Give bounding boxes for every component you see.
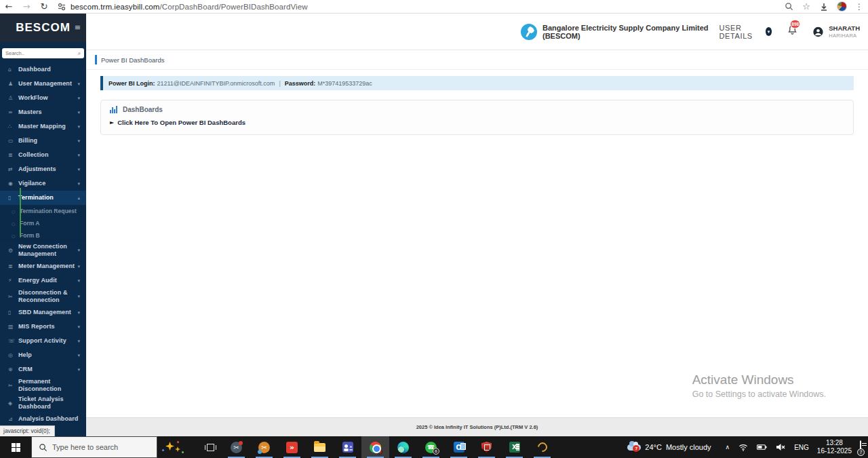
sidebar-item-ticket-analysis-dashboard[interactable]: ◈Ticket Analysis Dashboard [0, 394, 86, 412]
page-header: Bangalore Electricity Supply Company Lim… [86, 14, 868, 50]
cut-icon: ✂ [8, 294, 18, 300]
taskbar-app-microsoft-edge[interactable] [389, 436, 417, 458]
volume-muted-icon[interactable] [776, 443, 785, 451]
sidebar-item-billing[interactable]: ▭Billing▾ [0, 134, 86, 148]
sidebar-item-mis-reports[interactable]: ▥MIS Reports▾ [0, 320, 86, 334]
chevron-down-icon[interactable]: ▾ [766, 27, 772, 36]
sidebar-subitem-label: Form A [20, 220, 39, 227]
user-details-button[interactable]: USER DETAILS [719, 24, 763, 40]
taskbar-app-excel[interactable]: X [500, 436, 528, 458]
scissors-icon: ✂ [8, 383, 18, 389]
bolt-icon: ⚡ [8, 278, 18, 284]
taskbar-app-security-app[interactable] [473, 436, 500, 458]
wifi-icon[interactable] [738, 443, 748, 451]
microsoft-teams-icon [342, 442, 353, 453]
taskbar-app-microsoft-teams[interactable] [334, 436, 361, 458]
sidebar-item-permanent-disconnection[interactable]: ✂Permanent Disconnection [0, 377, 86, 394]
battery-icon[interactable] [757, 444, 767, 451]
whatsapp-badge: 6 [433, 448, 439, 455]
task-view-button[interactable] [198, 436, 222, 458]
taskbar-app-red-app[interactable]: » [278, 436, 306, 458]
login-value: 21211@IDEAINFINITYBIP.onmicrosoft.com [157, 80, 275, 87]
taskbar-app-google-chrome[interactable] [361, 436, 389, 458]
browser-reload-button[interactable]: ↻ [35, 1, 53, 12]
open-powerbi-link[interactable]: ► Click Here To Open Power BI DashBoards [110, 119, 853, 126]
browser-profile-avatar[interactable] [833, 1, 850, 12]
red-app-icon: » [286, 442, 298, 453]
swap-icon: ⇄ [8, 166, 18, 172]
chevron-down-icon: ▾ [77, 353, 82, 358]
sidebar-item-label: Termination [18, 194, 77, 202]
taskbar-app-whatsapp[interactable]: ☎6 [417, 436, 445, 458]
bullet-icon: ○ [12, 221, 20, 226]
sidebar-item-new-connection-management[interactable]: ⚙New Connection Management▾ [0, 242, 86, 259]
chart-icon: ⊿ [8, 416, 18, 422]
copilot-sparkle-icon[interactable] [157, 436, 189, 458]
start-button[interactable] [0, 436, 31, 458]
sidebar-item-workflow[interactable]: ♙WorkFlow▾ [0, 91, 86, 105]
chevron-down-icon: ▾ [77, 153, 82, 158]
taskbar-clock[interactable]: 13:28 16-12-2025 [817, 439, 852, 456]
sidebar-subitem-form-a[interactable]: ○Form A [0, 217, 86, 229]
sidebar-item-label: WorkFlow [18, 94, 77, 102]
sidebar-item-label: Master Mapping [18, 123, 77, 130]
sidebar-item-energy-audit[interactable]: ⚡Energy Audit▾ [0, 273, 86, 288]
download-icon[interactable] [815, 2, 833, 12]
sidebar-search[interactable]: ⌕ [2, 48, 84, 58]
sidebar-item-support-activity[interactable]: ☏Support Activity▾ [0, 334, 86, 348]
sidebar-item-collection[interactable]: ≣Collection▾ [0, 148, 86, 162]
sidebar-item-dashboard[interactable]: ⌂Dashboard [0, 62, 86, 77]
action-center-button[interactable]: 7 [860, 441, 861, 453]
sidebar-subitem-termination-request[interactable]: ○Termination Request [0, 205, 86, 217]
sidebar-item-termination[interactable]: ▯Termination▴ [0, 191, 86, 205]
taskbar-app-snip-sketch[interactable]: ✂ [250, 436, 278, 458]
hidden-icons-chevron[interactable]: ∧ [726, 444, 730, 451]
sidebar-subitem-label: Form B [20, 232, 40, 239]
taskbar-app-snipping-tool[interactable]: ✂ [222, 436, 250, 458]
language-indicator[interactable]: ENG [794, 444, 809, 451]
browser-forward-button[interactable]: → [18, 1, 35, 12]
user-avatar[interactable] [813, 25, 823, 39]
sidebar-item-vigilance[interactable]: ◉Vigilance▾ [0, 176, 86, 191]
sidebar-item-label: Analysis Dashboard [18, 415, 82, 423]
search-zoom-icon[interactable] [780, 2, 797, 11]
sidebar-item-masters[interactable]: ≡Masters▾ [0, 105, 86, 119]
bookmark-star-icon[interactable]: ☆ [797, 1, 815, 12]
sidebar-item-label: Billing [18, 137, 77, 145]
password-value: M*397419533729ac [317, 80, 372, 87]
sidebar-item-label: Energy Audit [18, 277, 77, 284]
user-name-block[interactable]: SHARATH HARIHARA [829, 25, 860, 38]
hamburger-icon[interactable]: ≡ [75, 23, 81, 32]
browser-back-button[interactable]: ← [0, 1, 18, 12]
sidebar-item-meter-management[interactable]: ≣Meter Management▾ [0, 259, 86, 273]
sidebar-item-sbd-management[interactable]: ▯SBD Management▾ [0, 305, 86, 320]
sidebar-item-adjustments[interactable]: ⇄Adjustments▾ [0, 162, 86, 176]
sidebar-item-disconnection-reconnection[interactable]: ✂Disconnection & Reconnection▾ [0, 288, 86, 305]
taskbar-app-outlook[interactable]: O [445, 436, 473, 458]
breadcrumb-accent-bar [95, 55, 97, 64]
file-explorer-icon [314, 443, 326, 452]
trash-icon: ▯ [8, 195, 18, 201]
taskbar-app-navicat[interactable] [528, 436, 556, 458]
sidebar-item-user-management[interactable]: ♟User Management▾ [0, 77, 86, 91]
sidebar-subitem-form-b[interactable]: ○Form B [0, 229, 86, 242]
address-bar[interactable]: bescom.trm.ieasybill.com/CorpDashBoard/P… [53, 1, 780, 13]
browser-menu-icon[interactable]: ⋮ [850, 2, 868, 12]
chevron-down-icon: ▾ [77, 294, 82, 299]
taskbar-search[interactable]: Type here to search [31, 436, 157, 458]
link-status-tooltip: javascript: void(0); [0, 425, 55, 436]
sidebar-item-master-mapping[interactable]: ∴Master Mapping▾ [0, 119, 86, 134]
notification-bell[interactable]: 898 [787, 24, 798, 39]
taskbar-app-file-explorer[interactable] [306, 436, 334, 458]
chevron-down-icon: ▾ [77, 138, 82, 144]
weather-widget[interactable]: 7 24°C Mostly cloudy [622, 443, 716, 451]
sidebar-item-analysis-dashboard[interactable]: ⊿Analysis Dashboard [0, 412, 86, 426]
sidebar-item-help[interactable]: ◎Help▾ [0, 348, 86, 362]
microsoft-edge-icon [397, 442, 409, 453]
site-settings-icon[interactable] [57, 2, 66, 12]
sidebar-menu: ⌂Dashboard♟User Management▾♙WorkFlow▾≡Ma… [0, 62, 86, 426]
headset-icon: ☏ [8, 338, 18, 344]
sidebar-search-input[interactable] [5, 50, 78, 56]
weather-alert-badge: 7 [633, 445, 639, 452]
sidebar-item-crm[interactable]: ⊕CRM▾ [0, 362, 86, 377]
